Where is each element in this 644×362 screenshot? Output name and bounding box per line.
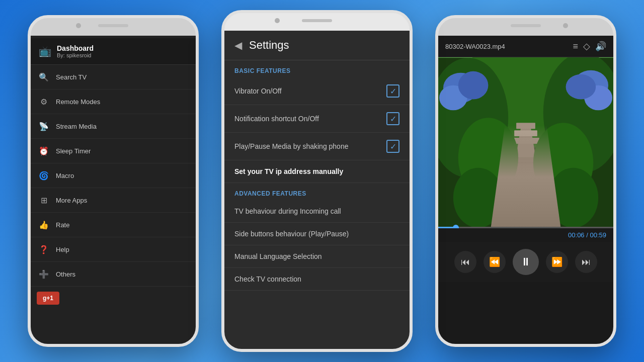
phone-speaker-left bbox=[98, 24, 128, 27]
phone-left: 📺 Dashboard By: spikesroid 🔍 Search TV ⚙… bbox=[28, 15, 199, 347]
sidebar-item-label: More Apps bbox=[56, 197, 87, 204]
sidebar-item-macro[interactable]: 🌀 Macro bbox=[31, 163, 196, 188]
sidebar-item-sleep-timer[interactable]: ⏰ Sleep Timer bbox=[31, 139, 196, 163]
sidebar-item-search-tv[interactable]: 🔍 Search TV bbox=[31, 65, 196, 89]
svg-rect-15 bbox=[512, 138, 539, 144]
help-icon: ❓ bbox=[37, 242, 51, 256]
pause-button[interactable]: ⏸ bbox=[513, 249, 539, 275]
settings-item-text: Manual Language Selection bbox=[234, 252, 322, 260]
sidebar-item-more-apps[interactable]: ⊞ More Apps bbox=[31, 188, 196, 213]
sidebar-item-label: Rate bbox=[56, 221, 69, 229]
screen-left: 📺 Dashboard By: spikesroid 🔍 Search TV ⚙… bbox=[31, 36, 196, 344]
sidebar-item-label: Sleep Timer bbox=[56, 147, 91, 155]
settings-item-text: Check TV connection bbox=[234, 275, 301, 283]
forward-button[interactable]: ⏩ bbox=[546, 251, 568, 273]
sidebar-item-label: Others bbox=[56, 270, 75, 278]
settings-item-notification[interactable]: Notification shortcut On/Off ✓ bbox=[224, 105, 410, 133]
checkbox-notification[interactable]: ✓ bbox=[386, 112, 399, 125]
settings-item-text: Play/Pause Media by shaking phone bbox=[234, 142, 348, 150]
screen-center: ◀ Settings BASIC FEATURES Vibrator On/Of… bbox=[224, 31, 410, 349]
more-apps-icon: ⊞ bbox=[37, 193, 51, 207]
screen-right: 80302-WA0023.mp4 ≡ ◇ 🔊 bbox=[438, 36, 613, 344]
progress-fill bbox=[438, 227, 456, 228]
others-icon: ➕ bbox=[37, 267, 51, 281]
sidebar-item-label: Macro bbox=[56, 172, 74, 179]
progress-dot bbox=[453, 225, 459, 228]
media-video-container bbox=[438, 57, 613, 228]
settings-item-text: Side buttons behaviour (Play/Pause) bbox=[234, 230, 349, 238]
phone-camera-left bbox=[76, 23, 81, 28]
macro-icon: 🌀 bbox=[37, 168, 51, 183]
media-time-display: 00:06 / 00:59 bbox=[438, 228, 613, 242]
svg-rect-17 bbox=[516, 123, 535, 129]
phones-container: 📺 Dashboard By: spikesroid 🔍 Search TV ⚙… bbox=[0, 0, 644, 362]
volume-icon[interactable]: 🔊 bbox=[595, 41, 606, 52]
phone-camera-right bbox=[563, 23, 568, 28]
checkbox-vibrator[interactable]: ✓ bbox=[386, 84, 399, 98]
media-filename: 80302-WA0023.mp4 bbox=[445, 43, 573, 50]
back-button[interactable]: ◀ bbox=[234, 39, 242, 51]
prev-button[interactable]: ⏮ bbox=[454, 251, 476, 273]
media-time-separator: / bbox=[585, 231, 590, 239]
remote-modes-icon: ⚙ bbox=[37, 95, 51, 109]
media-time-total: 00:59 bbox=[590, 231, 606, 239]
media-header: 80302-WA0023.mp4 ≡ ◇ 🔊 bbox=[438, 36, 613, 57]
svg-rect-16 bbox=[514, 130, 537, 136]
media-header-icons: ≡ ◇ 🔊 bbox=[573, 41, 606, 52]
settings-item-text: TV behaviour during Incoming call bbox=[234, 207, 341, 215]
sidebar-item-label: Stream Media bbox=[56, 123, 97, 130]
media-time: 00:06 / 00:59 bbox=[568, 231, 606, 239]
phone-speaker-right bbox=[511, 24, 541, 27]
sidebar: 📺 Dashboard By: spikesroid 🔍 Search TV ⚙… bbox=[31, 36, 196, 344]
phone-right: 80302-WA0023.mp4 ≡ ◇ 🔊 bbox=[435, 15, 616, 347]
svg-marker-11 bbox=[516, 128, 536, 158]
settings-item-vibrator[interactable]: Vibrator On/Off ✓ bbox=[224, 77, 410, 105]
settings-item-set-ip[interactable]: Set your TV ip address manually bbox=[224, 160, 410, 183]
settings-item-text-bold: Set your TV ip address manually bbox=[234, 167, 343, 175]
svg-point-6 bbox=[458, 71, 489, 100]
sidebar-item-help[interactable]: ❓ Help bbox=[31, 237, 196, 262]
section-label-basic: BASIC FEATURES bbox=[224, 60, 410, 77]
svg-point-20 bbox=[453, 168, 503, 228]
menu-icon[interactable]: ≡ bbox=[573, 41, 578, 52]
settings-item-text: Notification shortcut On/Off bbox=[234, 115, 319, 123]
sidebar-item-others[interactable]: ➕ Others bbox=[31, 262, 196, 287]
sidebar-item-label: Help bbox=[56, 246, 69, 253]
checkbox-play-pause[interactable]: ✓ bbox=[386, 140, 399, 153]
media-controls: ⏮ ⏪ ⏸ ⏩ ⏭ bbox=[438, 242, 613, 282]
search-tv-icon: 🔍 bbox=[37, 70, 51, 84]
sidebar-item-label: Remote Modes bbox=[56, 98, 100, 106]
settings-item-side-buttons[interactable]: Side buttons behaviour (Play/Pause) bbox=[224, 223, 410, 245]
settings-title: Settings bbox=[249, 39, 289, 52]
sidebar-subtitle: By: spikesroid bbox=[57, 52, 94, 58]
stream-media-icon: 📡 bbox=[37, 119, 51, 133]
phone-speaker-center bbox=[302, 19, 332, 22]
dashboard-icon: 📺 bbox=[37, 43, 53, 59]
settings-header: ◀ Settings bbox=[224, 31, 410, 60]
sidebar-title: Dashboard bbox=[57, 44, 94, 52]
sleep-timer-icon: ⏰ bbox=[37, 144, 51, 158]
sidebar-item-label: Search TV bbox=[56, 73, 87, 81]
phone-center: ◀ Settings BASIC FEATURES Vibrator On/Of… bbox=[221, 10, 413, 352]
sidebar-header: 📺 Dashboard By: spikesroid bbox=[31, 38, 196, 65]
phone-camera-center bbox=[275, 18, 280, 23]
video-svg bbox=[438, 57, 613, 228]
tag-icon[interactable]: ◇ bbox=[583, 41, 590, 52]
settings-item-manual-language[interactable]: Manual Language Selection bbox=[224, 245, 410, 268]
sidebar-item-rate[interactable]: 👍 Rate bbox=[31, 213, 196, 237]
progress-bar[interactable] bbox=[438, 227, 613, 228]
svg-point-9 bbox=[566, 74, 596, 100]
settings-item-play-pause[interactable]: Play/Pause Media by shaking phone ✓ bbox=[224, 133, 410, 160]
next-button[interactable]: ⏭ bbox=[575, 251, 597, 273]
svg-marker-10 bbox=[508, 158, 543, 228]
google-plus-button[interactable]: g+1 bbox=[37, 292, 59, 305]
svg-point-21 bbox=[548, 168, 598, 228]
settings-item-text: Vibrator On/Off bbox=[234, 87, 282, 95]
video-frame bbox=[438, 57, 613, 228]
settings-item-check-tv[interactable]: Check TV connection bbox=[224, 268, 410, 291]
sidebar-item-remote-modes[interactable]: ⚙ Remote Modes bbox=[31, 89, 196, 114]
sidebar-item-stream-media[interactable]: 📡 Stream Media bbox=[31, 114, 196, 139]
rate-icon: 👍 bbox=[37, 218, 51, 232]
rewind-button[interactable]: ⏪ bbox=[484, 251, 506, 273]
settings-item-tv-incoming[interactable]: TV behaviour during Incoming call bbox=[224, 200, 410, 223]
